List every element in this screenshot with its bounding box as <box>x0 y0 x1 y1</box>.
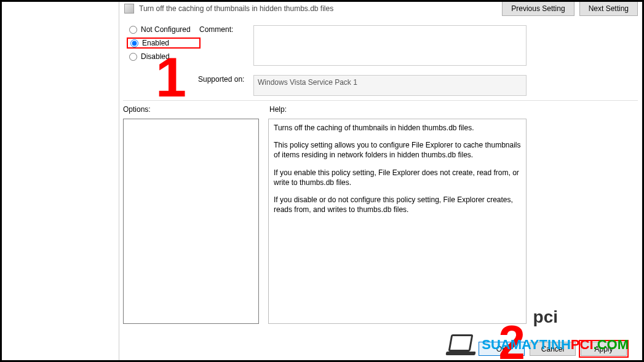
dialog-buttons: OK Cancel Apply <box>479 342 627 356</box>
radio-enabled[interactable]: Enabled <box>127 37 201 49</box>
radio-not-configured-input[interactable] <box>129 26 137 34</box>
help-paragraph: Turns off the caching of thumbnails in h… <box>274 123 521 133</box>
policy-editor-window: Turn off the caching of thumbnails in hi… <box>119 2 644 362</box>
comment-label: Comment: <box>199 25 233 34</box>
policy-title: Turn off the caching of thumbnails in hi… <box>139 4 497 13</box>
separator <box>123 100 638 101</box>
options-pane <box>123 119 259 324</box>
window-right-edge <box>641 2 644 362</box>
help-paragraph: If you disable or do not configure this … <box>274 195 521 214</box>
radio-enabled-input[interactable] <box>130 39 138 47</box>
help-label: Help: <box>269 105 287 114</box>
header-row: Turn off the caching of thumbnails in hi… <box>124 0 638 18</box>
supported-on-label: Supported on: <box>198 75 244 84</box>
previous-setting-button[interactable]: Previous Setting <box>502 1 574 16</box>
radio-not-configured[interactable]: Not Configured <box>127 24 201 35</box>
help-paragraph: If you enable this policy setting, File … <box>274 168 521 187</box>
comment-textarea[interactable] <box>253 25 527 66</box>
cancel-button[interactable]: Cancel <box>530 342 576 356</box>
radio-disabled-input[interactable] <box>129 53 137 61</box>
screenshot-frame: Turn off the caching of thumbnails in hi… <box>0 0 644 362</box>
options-label: Options: <box>123 105 151 114</box>
radio-disabled[interactable]: Disabled <box>127 51 201 62</box>
radio-enabled-label: Enabled <box>142 39 169 47</box>
policy-icon <box>124 4 134 14</box>
state-radios: Not Configured Enabled Disabled <box>127 24 201 65</box>
supported-on-value: Windows Vista Service Pack 1 <box>253 75 527 96</box>
ok-button[interactable]: OK <box>479 342 525 356</box>
radio-disabled-label: Disabled <box>141 52 170 61</box>
apply-button[interactable]: Apply <box>581 342 627 356</box>
radio-not-configured-label: Not Configured <box>141 25 191 34</box>
next-setting-button[interactable]: Next Setting <box>579 1 638 16</box>
help-paragraph: This policy setting allows you to config… <box>274 140 521 160</box>
help-pane: Turns off the caching of thumbnails in h… <box>268 119 527 324</box>
